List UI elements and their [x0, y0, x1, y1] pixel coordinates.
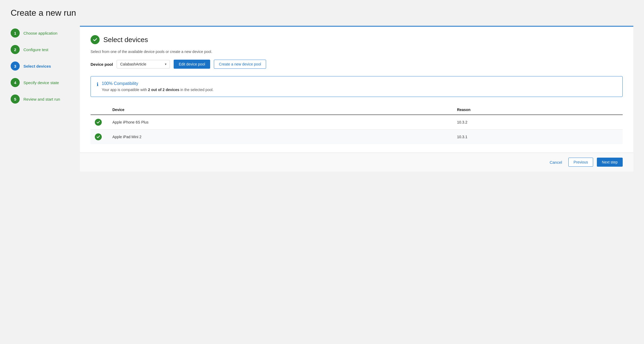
- row-check-icon: [95, 133, 102, 140]
- sidebar-item-configure-test[interactable]: 2 Configure test: [11, 45, 80, 54]
- sidebar-circle-2: 2: [11, 45, 20, 54]
- section-title-row: Select devices: [91, 35, 623, 44]
- sidebar-label-choose-application: Choose application: [23, 31, 58, 35]
- table-row: Apple iPhone 6S Plus10.3.2: [91, 115, 623, 130]
- next-step-button[interactable]: Next step: [597, 158, 623, 167]
- sidebar: 1 Choose application 2 Configure test 3 …: [11, 26, 80, 111]
- sidebar-item-select-devices[interactable]: 3 Select devices: [11, 62, 80, 71]
- row-check-cell: [91, 130, 108, 144]
- edit-device-pool-button[interactable]: Edit device pool: [174, 60, 210, 69]
- main-panel: Select devices Select from one of the av…: [80, 26, 633, 171]
- info-icon: ℹ: [97, 81, 99, 87]
- cancel-button[interactable]: Cancel: [547, 158, 565, 167]
- sidebar-label-select-devices: Select devices: [23, 64, 51, 68]
- page-title: Create a new run: [11, 8, 633, 18]
- sidebar-label-review-and-start-run: Review and start run: [23, 97, 60, 101]
- row-reason: 10.3.2: [453, 115, 623, 130]
- device-table: Device Reason Apple iPhone 6S Plus10.3.2…: [91, 105, 623, 144]
- row-device-name: Apple iPhone 6S Plus: [108, 115, 453, 130]
- compat-desc-bold: 2 out of 2 devices: [148, 88, 179, 92]
- section-subtitle: Select from one of the available device …: [91, 50, 623, 54]
- table-col-icon: [91, 105, 108, 115]
- device-pool-select[interactable]: CalabashArticle ▾: [117, 60, 170, 68]
- device-pool-label: Device pool: [91, 62, 113, 67]
- footer: Cancel Previous Next step: [80, 153, 633, 171]
- sidebar-item-specify-device-state[interactable]: 4 Specify device state: [11, 78, 80, 87]
- sidebar-circle-4: 4: [11, 78, 20, 87]
- sidebar-circle-1: 1: [11, 28, 20, 38]
- compatibility-description: Your app is compatible with 2 out of 2 d…: [102, 88, 214, 92]
- compat-desc-post: in the selected pool.: [179, 88, 213, 92]
- compatibility-title: 100% Compatibility: [102, 81, 214, 86]
- sidebar-label-specify-device-state: Specify device state: [23, 80, 59, 85]
- device-pool-value: CalabashArticle: [120, 62, 146, 66]
- compatibility-box: ℹ 100% Compatibility Your app is compati…: [91, 76, 623, 97]
- sidebar-item-choose-application[interactable]: 1 Choose application: [11, 28, 80, 38]
- compat-desc-pre: Your app is compatible with: [102, 88, 148, 92]
- compatibility-content: 100% Compatibility Your app is compatibl…: [102, 81, 214, 92]
- create-device-pool-button[interactable]: Create a new device pool: [214, 60, 266, 69]
- table-header-device: Device: [108, 105, 453, 115]
- row-reason: 10.3.1: [453, 130, 623, 144]
- section-check-icon: [91, 35, 100, 44]
- section-title: Select devices: [103, 36, 148, 44]
- row-device-name: Apple iPad Mini 2: [108, 130, 453, 144]
- row-check-cell: [91, 115, 108, 130]
- row-check-icon: [95, 119, 102, 126]
- chevron-down-icon: ▾: [165, 62, 166, 66]
- table-row: Apple iPad Mini 210.3.1: [91, 130, 623, 144]
- sidebar-label-configure-test: Configure test: [23, 47, 48, 52]
- sidebar-item-review-and-start-run[interactable]: 5 Review and start run: [11, 95, 80, 104]
- device-pool-row: Device pool CalabashArticle ▾ Edit devic…: [91, 60, 623, 69]
- table-header-reason: Reason: [453, 105, 623, 115]
- sidebar-circle-5: 5: [11, 95, 20, 104]
- sidebar-circle-3: 3: [11, 62, 20, 71]
- previous-button[interactable]: Previous: [568, 158, 593, 167]
